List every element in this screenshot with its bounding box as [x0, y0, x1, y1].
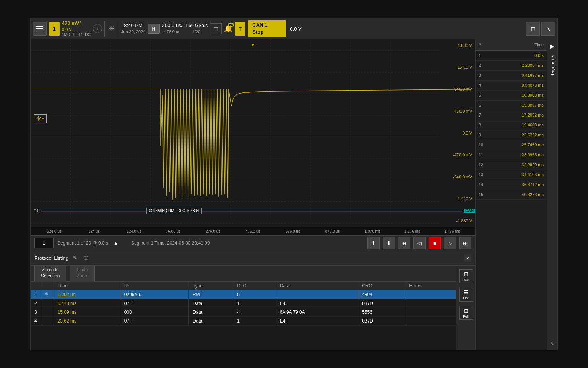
can-channel-badge: CAN [464, 209, 475, 213]
segment-number-input[interactable] [34, 238, 54, 248]
table-row[interactable]: 1 🔍 1.202 us 0296A9... RMT 5 4894 [31, 290, 456, 299]
first-segment-button[interactable]: ⏮ [398, 237, 410, 249]
row-dlc-1: 5 [233, 290, 276, 299]
segments-expand-button[interactable]: ▶ [550, 41, 554, 52]
stop-button[interactable]: ■ [429, 237, 441, 249]
row-type-3: Data [188, 308, 233, 316]
voltage-label-7: -940.0 mV [453, 175, 472, 179]
voltage-label-2: 1.410 V [453, 65, 472, 70]
segment-row-7[interactable]: 7 17.2052 ms [476, 110, 547, 120]
time-axis: -524.0 us -324 us -124.0 us 76.00 us 276… [31, 227, 475, 235]
can-label: CAN 1 [252, 22, 267, 29]
row-time-2: 6.418 ms [54, 299, 120, 308]
row-id-4: 07F [120, 316, 188, 325]
brightness-button[interactable]: ☀ [107, 24, 116, 33]
channel1-button[interactable]: 1 [49, 22, 60, 36]
segment-row-9[interactable]: 9 23.6222 ms [476, 130, 547, 140]
row-id-1: 0296A9... [120, 290, 188, 299]
voltage-offset: 0.0 V [62, 27, 91, 32]
protocol-main: Zoom toSelection UndoZoom Ti [31, 266, 456, 350]
time-tick-4: 76.00 us [153, 229, 193, 233]
voltage-label-9: -1.880 V [453, 219, 472, 223]
table-row[interactable]: 3 15.09 ms 000 Data 4 6A 9A 79 0A 5556 [31, 308, 456, 316]
protocol-table: Time ID Type DLC Data CRC Errors [31, 282, 456, 326]
trigger-button[interactable]: T [235, 22, 245, 36]
segments-list-header: # Time [476, 39, 547, 51]
time-tick-2: -324 us [73, 229, 113, 233]
col-icon [41, 282, 54, 290]
protocol-header: Protocol Listing ✎ ⬡ ∨ [31, 251, 475, 266]
undo-zoom-button[interactable]: UndoZoom [70, 266, 95, 282]
prev-segment-button[interactable]: ◁ [413, 237, 426, 249]
segment-row-1[interactable]: 1 0.0 s [476, 51, 547, 61]
segment-row-12[interactable]: 12 32.2920 ms [476, 160, 547, 170]
protocol-toolbar: Zoom toSelection UndoZoom [31, 266, 456, 282]
col-data: Data [276, 282, 358, 290]
next-segment-button[interactable]: ▷ [444, 237, 456, 249]
col-type: Type [188, 282, 233, 290]
row-id-2: 07F [120, 299, 188, 308]
divider [119, 21, 119, 36]
table-header-row: Time ID Type DLC Data CRC Errors [31, 282, 456, 290]
hold-button[interactable]: H [148, 24, 159, 34]
segment-row-15[interactable]: 15 40.8273 ms [476, 190, 547, 200]
waveform-icon-button[interactable]: ⊡ [526, 22, 540, 36]
timebase-display: 200.0 us/ 476.0 us [162, 22, 183, 35]
col-errors: Errors [405, 282, 456, 290]
table-row[interactable]: 4 23.62 ms 07F Data 1 E4 037D [31, 316, 456, 325]
table-row[interactable]: 2 6.418 ms 07F Data 1 E4 037D [31, 299, 456, 308]
segments-list-panel: # Time 1 0.0 s 2 2.26084 ms 3 [476, 39, 547, 350]
col-crc: CRC [358, 282, 405, 290]
row-type-4: Data [188, 316, 233, 325]
segment-row-8[interactable]: 8 19.4660 ms [476, 120, 547, 130]
row-dlc-2: 1 [233, 299, 276, 308]
segment-row-3[interactable]: 3 6.41697 ms [476, 71, 547, 81]
top-toolbar: 1 470 mV/ 0.0 V 1MΩ 10.0:1 DC + ☀ [31, 18, 557, 39]
voltage-per-div: 470 mV/ [62, 20, 91, 27]
segment-row-10[interactable]: 10 25.7459 ms [476, 140, 547, 150]
protocol-edit-button[interactable]: ✎ [71, 254, 79, 262]
tab-view-button[interactable]: ⊞ Tab [459, 269, 473, 283]
row-data-3: 6A 9A 79 0A [276, 308, 358, 316]
row-data-4: E4 [276, 316, 358, 325]
segment-row-4[interactable]: 4 8.54073 ms [476, 81, 547, 91]
bell-badge: 68 [228, 23, 234, 27]
segments-list: 1 0.0 s 2 2.26084 ms 3 6.41697 ms 4 [476, 51, 547, 350]
row-num-1: 1 [31, 290, 41, 299]
last-segment-button[interactable]: ⏭ [459, 237, 471, 249]
zoom-to-selection-button[interactable]: Zoom toSelection [34, 266, 66, 282]
brightness-icon: ☀ [109, 25, 115, 32]
segment-row-5[interactable]: 5 10.8903 ms [476, 91, 547, 101]
upload-button[interactable]: ⬆ [367, 237, 380, 249]
segment-row-6[interactable]: 6 15.0867 ms [476, 101, 547, 110]
row-errors-3 [405, 308, 456, 316]
protocol-collapse-button[interactable]: ∨ [464, 254, 471, 262]
list-view-button[interactable]: ☰ List [459, 288, 473, 302]
segment-row-13[interactable]: 13 34.4103 ms [476, 170, 547, 180]
row-type-2: Data [188, 299, 233, 308]
segment-row-11[interactable]: 11 28.0955 ms [476, 150, 547, 160]
can-voltage: 0.0 V [290, 26, 301, 32]
row-type-1: RMT [188, 290, 233, 299]
voltage-label-3: 940.0 mV [453, 87, 472, 91]
can-stop-button[interactable]: CAN 1 Stop [248, 20, 286, 37]
full-view-button[interactable]: ⊡ Full [459, 306, 473, 320]
menu-button[interactable] [33, 22, 47, 36]
row-errors-1 [405, 290, 456, 299]
decimation-value: 1/20 [192, 29, 200, 35]
row-errors-4 [405, 316, 456, 325]
add-channel-button[interactable]: + [93, 24, 102, 33]
protocol-export-button[interactable]: ⬡ [82, 254, 90, 262]
time-tick-1: -524.0 us [34, 229, 73, 233]
segment-collapse-btn[interactable]: ▲ [112, 239, 120, 247]
can-decode-area: P1 0296A95D RMT DLC=5 4894 CAN [31, 206, 475, 216]
waveform-canvas: ▼ 1.880 V 1.410 V 940.0 mV 470.0 mV 0.0 … [31, 39, 475, 227]
segments-tab-panel: ▶ Segments ✎ [547, 39, 557, 350]
segment-row-2[interactable]: 2 2.26084 ms [476, 61, 547, 71]
sine-icon-button[interactable]: ∿ [541, 22, 555, 36]
segments-pencil-button[interactable]: ✎ [550, 341, 555, 347]
download-button[interactable]: ⬇ [383, 237, 395, 249]
segment-row-14[interactable]: 14 36.6712 ms [476, 180, 547, 190]
acquisition-button[interactable]: ⊞ [210, 23, 222, 34]
samplerate-display: 1.60 GSa/s 1/20 [185, 23, 208, 35]
